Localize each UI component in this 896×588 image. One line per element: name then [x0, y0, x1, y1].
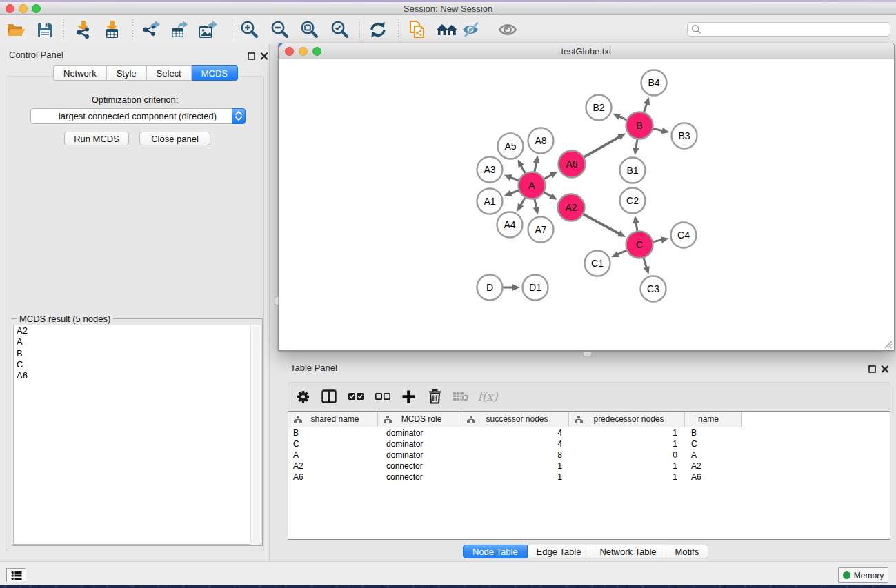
splitter-handle-bottom[interactable] [583, 352, 592, 356]
table-panel-float-icon[interactable] [868, 363, 876, 376]
delete-icon[interactable] [426, 388, 443, 405]
graph-node-D1[interactable]: D1 [523, 275, 548, 301]
graph-node-A4[interactable]: A4 [497, 212, 523, 238]
gear-icon[interactable] [295, 388, 310, 405]
table-cell[interactable]: C [288, 438, 378, 449]
graph-node-B2[interactable]: B2 [586, 95, 612, 121]
select-all-icon[interactable] [347, 388, 365, 405]
network-window-minimize-traffic-light[interactable] [299, 47, 308, 56]
graph-edge-A-A8[interactable] [533, 156, 539, 173]
graph-node-A6[interactable]: A6 [559, 151, 586, 178]
table-cell[interactable]: 1 [569, 427, 685, 438]
table-row-a2[interactable]: A2connector11A2 [288, 460, 742, 472]
graph-edge-C-C1[interactable] [611, 250, 628, 257]
graph-node-B[interactable]: B [626, 112, 653, 139]
graph-node-A7[interactable]: A7 [528, 217, 554, 243]
graph-node-A5[interactable]: A5 [498, 134, 524, 159]
zoom-out-icon[interactable] [270, 20, 289, 39]
add-icon[interactable] [400, 388, 417, 405]
graph-edge-C-C3[interactable] [644, 257, 650, 274]
function-builder-icon[interactable]: f(x) [476, 388, 499, 405]
zoom-selected-icon[interactable] [330, 20, 349, 39]
tab-network-table[interactable]: Network Table [590, 545, 666, 558]
graph-node-C1[interactable]: C1 [585, 251, 610, 276]
table-cell[interactable]: A [685, 449, 742, 460]
open-session-icon[interactable] [6, 20, 26, 39]
table-cell[interactable]: dominator [378, 427, 461, 438]
graph-edge-C-C4[interactable] [652, 236, 668, 243]
graph-edge-A-A7[interactable] [533, 198, 539, 214]
tab-node-table[interactable]: Node Table [463, 545, 528, 558]
table-cell[interactable]: A6 [288, 472, 378, 483]
graph-node-C4[interactable]: C4 [671, 223, 697, 248]
graph-edge-A-A3[interactable] [504, 174, 520, 181]
table-cell[interactable]: 1 [461, 460, 569, 472]
table-cell[interactable]: 1 [569, 438, 685, 449]
table-cell[interactable]: A2 [685, 460, 742, 472]
clone-network-icon[interactable] [408, 20, 427, 39]
criterion-dropdown[interactable]: largest connected component (directed) [30, 108, 246, 124]
task-history-button[interactable] [6, 568, 26, 582]
tab-style[interactable]: Style [107, 65, 147, 81]
export-network-icon[interactable] [141, 20, 161, 39]
export-table-icon[interactable] [170, 20, 189, 39]
table-cell[interactable]: B [685, 427, 742, 438]
graph-node-C[interactable]: C [626, 232, 653, 258]
column-header-predecessor-nodes[interactable]: predecessor nodes [569, 412, 685, 427]
table-cell[interactable]: connector [378, 460, 461, 472]
table-row-a6[interactable]: A6connector11A6 [288, 472, 742, 483]
tab-edge-table[interactable]: Edge Table [528, 545, 591, 558]
table-cell[interactable]: A6 [685, 472, 742, 483]
deselect-all-icon[interactable] [374, 388, 392, 405]
table-cell[interactable]: 4 [461, 427, 569, 438]
table-cell[interactable]: dominator [378, 438, 461, 449]
table-cell[interactable]: 8 [461, 449, 569, 460]
export-image-icon[interactable] [198, 20, 218, 39]
table-row-b[interactable]: Bdominator41B [288, 427, 742, 438]
graph-edge-A-A1[interactable] [504, 190, 520, 196]
table-row-a[interactable]: Adominator80A [288, 449, 742, 460]
graph-edge-A-A6[interactable] [543, 172, 557, 179]
column-header-shared-name[interactable]: shared name [288, 412, 378, 427]
table-cell[interactable]: 1 [461, 472, 569, 483]
table-cell[interactable]: B [288, 427, 378, 438]
delete-table-icon[interactable] [452, 388, 470, 405]
graph-node-A3[interactable]: A3 [477, 157, 503, 183]
show-column-icon[interactable] [321, 388, 337, 405]
control-panel-close-icon[interactable] [260, 50, 268, 63]
network-window-titlebar[interactable]: testGlobe.txt [279, 43, 894, 59]
graph-edge-A2-C[interactable] [582, 214, 626, 237]
graph-edge-A-A5[interactable] [518, 159, 526, 174]
tab-motifs[interactable]: Motifs [666, 545, 709, 558]
memory-button[interactable]: Memory [838, 567, 888, 583]
graph-node-C3[interactable]: C3 [641, 276, 666, 302]
mcds-result-scrollbar[interactable] [250, 326, 260, 545]
zoom-fit-icon[interactable] [299, 20, 319, 39]
mcds-result-list[interactable]: A2ABCA6 [13, 325, 261, 545]
window-resize-grip[interactable] [884, 341, 893, 349]
table-cell[interactable]: 1 [569, 472, 685, 483]
graph-edge-D-D1[interactable] [502, 284, 521, 291]
mcds-result-item[interactable]: A [14, 336, 261, 347]
show-all-icon[interactable] [497, 20, 519, 39]
mcds-result-item[interactable]: C [14, 359, 261, 370]
table-cell[interactable]: connector [378, 472, 461, 483]
column-header-name[interactable]: name [685, 412, 742, 427]
mcds-result-item[interactable]: A6 [14, 370, 261, 381]
mcds-result-item[interactable]: A2 [14, 325, 261, 336]
import-network-icon[interactable] [73, 20, 92, 39]
table-panel-close-icon[interactable] [881, 363, 889, 376]
run-mcds-button[interactable]: Run MCDS [64, 132, 129, 145]
zoom-in-icon[interactable] [239, 20, 259, 39]
save-session-icon[interactable] [36, 20, 54, 39]
graph-edge-B-B4[interactable] [644, 97, 650, 114]
import-table-icon[interactable] [102, 20, 121, 39]
table-cell[interactable]: dominator [378, 449, 461, 460]
table-cell[interactable]: A2 [288, 460, 378, 472]
network-graph-canvas[interactable]: AA1A2A3A4A5A6A7A8BB1B2B3B4CC1C2C3C4DD1 [279, 60, 894, 351]
graph-edge-B-B3[interactable] [652, 128, 670, 134]
graph-node-A1[interactable]: A1 [477, 189, 503, 214]
graph-node-A8[interactable]: A8 [528, 128, 554, 154]
tab-network[interactable]: Network [53, 65, 107, 81]
graph-node-D[interactable]: D [477, 275, 503, 301]
